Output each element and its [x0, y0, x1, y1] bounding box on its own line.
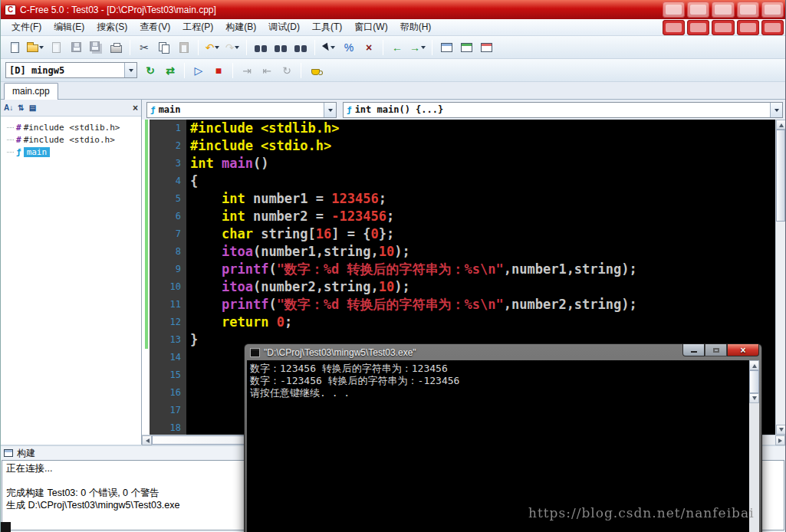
code-line: itoa(number2,string,10);: [190, 278, 775, 296]
copy-button[interactable]: [155, 38, 173, 57]
restart-button[interactable]: ↻: [278, 61, 296, 80]
scroll-down-button[interactable]: [749, 393, 759, 403]
line-number: 15: [150, 366, 181, 384]
scroll-thumb[interactable]: [749, 370, 759, 393]
line-number: 17: [150, 402, 181, 419]
combo-drop-button[interactable]: [124, 63, 136, 77]
save-button[interactable]: [67, 38, 85, 57]
toolbar-separator: [432, 40, 432, 55]
view-mode-button[interactable]: ▤: [29, 103, 36, 112]
tree-branch: [7, 152, 14, 153]
run-icon: ▷: [195, 65, 203, 76]
step-over-button[interactable]: ⇥: [238, 61, 256, 80]
percent-button[interactable]: %: [340, 38, 358, 57]
run-button[interactable]: ▷: [189, 61, 208, 80]
refresh-icon: ↻: [146, 65, 155, 76]
menu-item[interactable]: 编辑(E): [48, 19, 90, 35]
stop-button[interactable]: ■: [209, 61, 228, 80]
scroll-up-button[interactable]: [749, 360, 759, 370]
scope-combo-value: main: [159, 104, 181, 115]
delete-icon: ×: [366, 42, 372, 53]
close-file-button[interactable]: [47, 38, 65, 57]
scroll-left-button[interactable]: [142, 435, 152, 445]
menu-item[interactable]: 搜索(S): [90, 19, 133, 35]
refresh-config-button[interactable]: ↻: [141, 61, 160, 80]
message-window-button[interactable]: [477, 38, 495, 57]
console-maximize-button[interactable]: [705, 344, 727, 356]
navigate-back-button[interactable]: ←: [388, 38, 406, 57]
open-file-button[interactable]: [25, 38, 45, 57]
menu-item[interactable]: 查看(V): [133, 19, 176, 35]
tree-item-label: #include <stdlib.h>: [24, 123, 120, 133]
save-all-button[interactable]: [87, 38, 105, 57]
signature-combo[interactable]: ƒ int main() {...}: [343, 102, 783, 118]
menu-item[interactable]: 工具(T): [306, 19, 348, 35]
console-minimize-button[interactable]: [682, 344, 705, 356]
code-line: printf("数字：%d 转换后的字符串为：%s\n",number2,str…: [190, 296, 775, 314]
build-config-combo[interactable]: [D] mingw5: [5, 62, 137, 78]
console-window-buttons: ×: [682, 344, 759, 356]
signature-combo-value: int main() {...}: [355, 104, 444, 115]
code-line: int main(): [190, 155, 775, 172]
scroll-track[interactable]: [776, 222, 785, 425]
menu-item[interactable]: 文件(F): [5, 19, 48, 35]
step-into-button[interactable]: ⇤: [258, 61, 276, 80]
paste-button[interactable]: [175, 38, 193, 57]
scroll-down-button[interactable]: [776, 425, 785, 435]
menu-item[interactable]: 窗口(W): [348, 19, 393, 35]
menu-item[interactable]: 调试(D): [262, 19, 306, 35]
pause-console-button[interactable]: [306, 61, 324, 80]
print-button[interactable]: [107, 38, 125, 57]
find-button[interactable]: [252, 38, 270, 57]
menu-item[interactable]: 构建(B): [219, 19, 262, 35]
editor-nav-row: ƒ main ƒ int main() {...}: [142, 100, 785, 120]
goto-button[interactable]: [320, 38, 338, 57]
tree-item[interactable]: ##include <stdlib.h>: [7, 121, 141, 133]
console-close-button[interactable]: ×: [727, 344, 759, 356]
compile-window-button[interactable]: [457, 38, 475, 57]
find-next-button[interactable]: [271, 38, 290, 57]
group-button[interactable]: ⇅: [18, 103, 24, 112]
step-over-icon: ⇥: [242, 65, 252, 76]
line-number: 11: [150, 296, 181, 314]
menu-item[interactable]: 帮助(H): [394, 19, 438, 35]
scroll-up-button[interactable]: [776, 120, 785, 130]
editor-vertical-scrollbar[interactable]: [775, 120, 785, 435]
cut-icon: ✂: [140, 42, 149, 53]
cut-button[interactable]: ✂: [135, 38, 153, 57]
sort-az-button[interactable]: A↓: [4, 103, 13, 112]
tab-main-cpp[interactable]: main.cpp: [4, 83, 58, 100]
code-line: return 0;: [190, 314, 775, 331]
symbol-panel-toolbar: A↓ ⇅ ▤ ×: [1, 100, 141, 117]
tree-item[interactable]: ƒmain: [7, 146, 141, 158]
scope-combo[interactable]: ƒ main: [146, 102, 337, 118]
scroll-right-button[interactable]: [775, 435, 785, 445]
right-arrow-icon: [778, 438, 784, 443]
switch-config-button[interactable]: ⇄: [161, 61, 179, 80]
delete-button[interactable]: ×: [360, 38, 378, 57]
tree-item[interactable]: ##include <stdio.h>: [7, 133, 141, 146]
new-file-button[interactable]: [5, 38, 24, 57]
line-number: 7: [150, 225, 181, 243]
console-titlebar[interactable]: "D:\CProj\Test03\mingw5\Test03.exe" ×: [247, 344, 759, 360]
redo-button[interactable]: ↷: [223, 38, 242, 57]
title-bar[interactable]: C C-Free 5.0 : Test03 - [D:\CProj\Test03…: [1, 0, 785, 19]
find-in-files-button[interactable]: [291, 38, 310, 57]
find-next-icon: [275, 45, 287, 53]
line-number: 6: [150, 208, 181, 225]
undo-button[interactable]: ↶: [203, 38, 222, 57]
scroll-thumb[interactable]: [776, 130, 785, 222]
tree-branch: [7, 127, 14, 128]
menu-item[interactable]: 工程(P): [176, 19, 219, 35]
output-window-button[interactable]: [437, 38, 455, 57]
toolbar-separator: [301, 63, 301, 78]
line-number: 1: [150, 120, 181, 137]
code-line: printf("数字：%d 转换后的字符串为：%s\n",number1,str…: [190, 261, 775, 278]
percent-icon: %: [344, 42, 354, 53]
line-number: 9: [150, 261, 181, 278]
chevron-down-icon: [328, 109, 333, 114]
navigate-forward-button[interactable]: →: [408, 38, 427, 57]
combo-drop-button[interactable]: [324, 103, 336, 117]
combo-drop-button[interactable]: [770, 103, 782, 117]
close-panel-button[interactable]: ×: [133, 103, 138, 113]
